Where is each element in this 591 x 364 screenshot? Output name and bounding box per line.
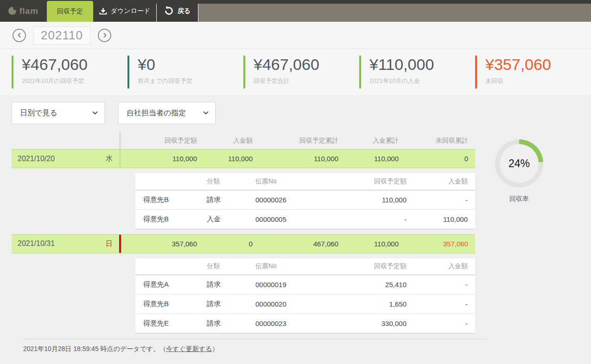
next-month-button[interactable]: [98, 29, 111, 42]
period-input[interactable]: 202110: [33, 26, 90, 44]
detail-table: 分類 伝票No 回収予定額 入金額 得意先A 請求 00000019 25,41…: [135, 258, 475, 334]
row-weekday: 水: [106, 154, 113, 163]
detail-col-category: 分類: [207, 173, 255, 190]
filter-bar: 日別で見る 自社担当者の指定: [12, 102, 591, 124]
detail-col-slip-no: 伝票No: [255, 173, 343, 190]
tab-collection-schedule[interactable]: 回収予定: [47, 1, 93, 22]
detail-col-slip-no: 伝票No: [255, 258, 343, 275]
cell-scheduled: 357,060: [121, 235, 204, 253]
cell-uncollected-cum: 0: [406, 150, 475, 168]
view-mode-select[interactable]: 日別で見る: [12, 102, 105, 124]
schedule-content: 回収予定額 入金額 回収予定累計 入金累計 未回収累計 2021/10/20 水…: [12, 124, 475, 353]
back-button[interactable]: 戻る: [157, 0, 198, 22]
cell-uncollected-cum: 357,060: [406, 235, 475, 253]
stat-month-deposits: ¥110,000 2021年10月の入金: [359, 56, 475, 88]
flam-logo-icon: [8, 7, 16, 15]
timestamp-text: 2021年10月28日 18:59:45 時点のデータです。（: [23, 345, 166, 352]
day-summary-row[interactable]: 2021/10/20 水 110,000 110,000 110,000 110…: [12, 149, 475, 168]
detail-col-customer: [135, 173, 207, 190]
download-button[interactable]: ダウンロード: [93, 0, 156, 22]
row-date: 2021/10/20: [18, 155, 55, 163]
tab-label: 回収予定: [57, 7, 83, 16]
stat-uncollected: ¥357,060 未回収: [475, 56, 591, 88]
chevron-right-icon: [102, 32, 108, 38]
detail-header-row: 分類 伝票No 回収予定額 入金額: [135, 173, 475, 190]
staff-select[interactable]: 自社担当者の指定: [118, 102, 216, 124]
cell-deposit: 0: [204, 235, 260, 253]
schedule-table: 回収予定額 入金額 回収予定累計 入金累計 未回収累計 2021/10/20 水…: [12, 132, 475, 333]
stat-amount: ¥467,060: [254, 56, 359, 74]
column-header: 入金累計: [345, 132, 406, 149]
column-header: 回収予定累計: [260, 132, 345, 149]
cell-deposit-cum: 110,000: [345, 150, 406, 168]
main-area: 回収予定額 入金額 回収予定累計 入金累計 未回収累計 2021/10/20 水…: [0, 124, 591, 353]
brand-name: flam: [19, 6, 38, 16]
back-label: 戻る: [178, 7, 191, 15]
download-label: ダウンロード: [111, 7, 151, 15]
stat-label: 前月までの回収予定: [138, 77, 243, 85]
undo-circle-icon: [164, 6, 174, 16]
stat-amount: ¥110,000: [369, 56, 475, 74]
download-icon: [99, 7, 107, 15]
stat-label: 2021年10月の入金: [369, 77, 475, 85]
column-header: 未回収累計: [406, 132, 475, 149]
detail-row: 得意先B 請求 00000026 110,000 -: [135, 190, 475, 209]
chevron-down-icon: [92, 111, 98, 115]
navbar-spacer: [198, 4, 591, 22]
detail-row: 得意先B 請求 00000020 1,650 -: [135, 295, 475, 314]
detail-col-scheduled: 回収予定額: [343, 173, 414, 190]
date-column-header: [12, 132, 119, 149]
staff-select-value: 自社担当者の指定: [127, 108, 186, 118]
view-mode-value: 日別で見る: [20, 108, 57, 118]
stat-amount: ¥357,060: [485, 56, 591, 74]
refresh-now-link[interactable]: 今すぐ更新する: [166, 345, 212, 352]
detail-col-category: 分類: [207, 258, 255, 275]
stat-label: 未回収: [485, 77, 591, 85]
detail-col-deposit: 入金額: [414, 173, 475, 190]
gauge-sidebar: 24% 回収率: [475, 124, 591, 353]
stat-previous-months: ¥0 前月までの回収予定: [127, 56, 243, 88]
cell-scheduled: 110,000: [121, 150, 204, 168]
chevron-down-icon: [203, 111, 209, 115]
detail-row: 得意先E 請求 00000023 330,000 -: [135, 314, 475, 333]
timestamp-text-close: ）: [212, 345, 219, 352]
cell-scheduled-cum: 467,060: [260, 235, 345, 253]
chevron-left-icon: [17, 32, 22, 38]
detail-header-row: 分類 伝票No 回収予定額 入金額: [135, 258, 475, 275]
collection-rate-gauge: 24% 回収率: [495, 139, 543, 203]
gauge-percent: 24%: [495, 139, 543, 188]
detail-col-scheduled: 回収予定額: [343, 258, 414, 275]
top-navbar: flam 回収予定 ダウンロード 戻る: [0, 0, 591, 22]
brand-logo[interactable]: flam: [0, 0, 47, 22]
cell-scheduled-cum: 110,000: [260, 150, 345, 168]
gauge-caption: 回収率: [495, 195, 543, 203]
detail-col-customer: [135, 258, 207, 275]
previous-month-button[interactable]: [13, 29, 26, 42]
cell-deposit: 110,000: [204, 150, 260, 168]
stat-amount: ¥0: [138, 56, 243, 74]
day-summary-row[interactable]: 2021/10/31 日 357,060 0 467,060 110,000 3…: [12, 234, 475, 253]
cell-deposit-cum: 110,000: [345, 235, 406, 253]
stat-amount: ¥467,060: [22, 56, 127, 74]
donut-chart: 24%: [495, 139, 543, 188]
stat-label: 2021年10月の回収予定: [22, 77, 127, 85]
row-weekday: 日: [106, 239, 113, 248]
detail-row: 得意先B 入金 00000005 - 110,000: [135, 209, 475, 229]
summary-stats: ¥467,060 2021年10月の回収予定 ¥0 前月までの回収予定 ¥467…: [0, 49, 591, 95]
column-header: 入金額: [204, 132, 260, 149]
stat-total-scheduled: ¥467,060 回収予定合計: [243, 56, 359, 88]
detail-col-deposit: 入金額: [414, 258, 475, 275]
schedule-header-row: 回収予定額 入金額 回収予定累計 入金累計 未回収累計: [12, 132, 475, 149]
stat-label: 回収予定合計: [254, 77, 359, 85]
detail-row: 得意先A 請求 00000019 25,410 -: [135, 275, 475, 295]
data-timestamp-footer: 2021年10月28日 18:59:45 時点のデータです。（今すぐ更新する）: [23, 339, 487, 353]
column-header: 回収予定額: [121, 132, 204, 149]
period-navigation: 202110: [0, 22, 591, 49]
stat-month-scheduled: ¥467,060 2021年10月の回収予定: [12, 56, 127, 88]
detail-table: 分類 伝票No 回収予定額 入金額 得意先B 請求 00000026 110,0…: [135, 173, 475, 229]
row-date: 2021/10/31: [18, 239, 55, 248]
